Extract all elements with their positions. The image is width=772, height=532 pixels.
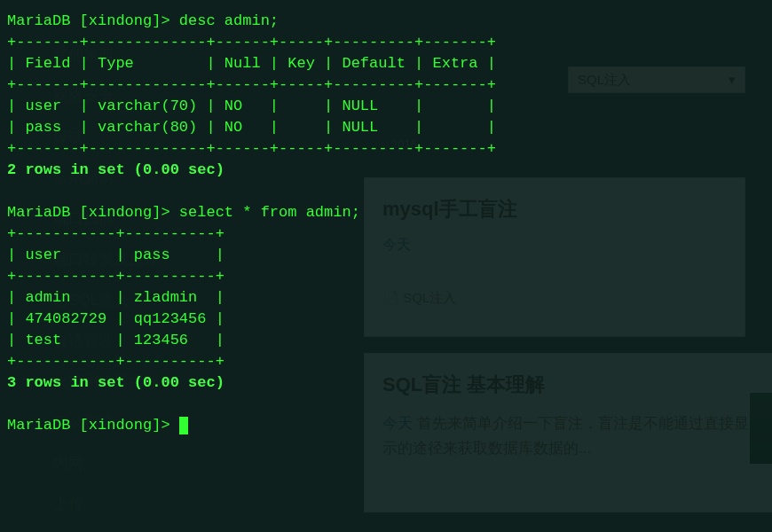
table-row: | admin | zladmin | (7, 289, 225, 306)
table-border: +-------+-------------+------+-----+----… (7, 34, 496, 51)
table-row: | 474082729 | qq123456 | (7, 310, 225, 327)
result-summary: 3 rows in set (0.00 sec) (7, 374, 225, 391)
table-border: +-----------+----------+ (7, 225, 225, 242)
table-header: | user | pass | (7, 246, 225, 263)
terminal-prompt: MariaDB [xindong]> (7, 417, 170, 434)
terminal-cursor[interactable] (179, 417, 188, 434)
table-border: +-------+-------------+------+-----+----… (7, 76, 496, 93)
result-summary: 2 rows in set (0.00 sec) (7, 161, 225, 178)
table-border: +-----------+----------+ (7, 268, 225, 285)
table-border: +-----------+----------+ (7, 353, 225, 370)
terminal-prompt: MariaDB [xindong]> (7, 204, 170, 221)
table-row: | user | varchar(70) | NO | | NULL | | (7, 98, 496, 114)
table-border: +-------+-------------+------+-----+----… (7, 140, 496, 157)
terminal-prompt: MariaDB [xindong]> (7, 12, 170, 29)
table-row: | pass | varchar(80) | NO | | NULL | | (7, 119, 496, 136)
table-row: | test | 123456 | (7, 332, 225, 348)
table-header: | Field | Type | Null | Key | Default | … (7, 55, 496, 72)
terminal-command: desc admin; (179, 12, 279, 29)
terminal-command: select * from admin; (179, 204, 360, 221)
terminal-overlay[interactable]: MariaDB [xindong]> desc admin; +-------+… (0, 0, 772, 532)
